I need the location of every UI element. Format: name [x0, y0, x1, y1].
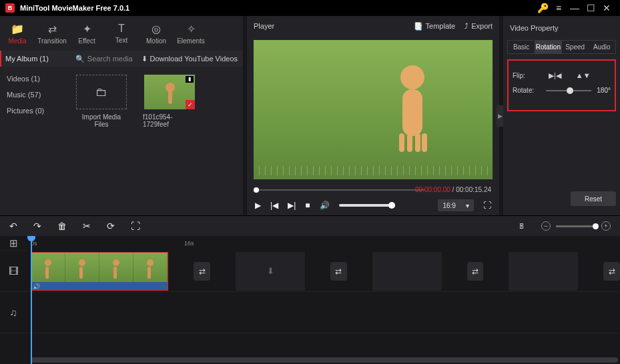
- video-track-icon: 🎞: [0, 251, 27, 292]
- video-badge-icon: ▮: [186, 76, 194, 83]
- audio-track-icon: ♫: [0, 292, 27, 333]
- tab-rotation[interactable]: Rotation: [535, 41, 561, 53]
- elements-icon: ✧: [187, 23, 196, 35]
- transition-slot[interactable]: ⇄: [194, 262, 210, 281]
- tab-elements[interactable]: ✧Elements: [174, 16, 208, 51]
- timeline-clip[interactable]: 🔊: [31, 252, 168, 291]
- tab-speed[interactable]: Speed: [562, 41, 589, 53]
- time-ruler[interactable]: 0s 16s: [27, 236, 620, 251]
- template-icon: 📑: [414, 22, 423, 31]
- time-current: 00:00:00.00: [415, 186, 450, 193]
- tab-text[interactable]: TText: [104, 16, 139, 51]
- rotate-slider[interactable]: [546, 90, 591, 91]
- redo-button[interactable]: ↷: [33, 221, 41, 231]
- text-icon: T: [118, 23, 125, 35]
- import-media-button[interactable]: 🗀: [76, 75, 127, 109]
- horizontal-scrollbar[interactable]: [31, 357, 618, 363]
- seek-track[interactable]: [255, 189, 424, 191]
- stop-button[interactable]: ■: [305, 201, 310, 210]
- zoom-in-button[interactable]: +: [601, 221, 611, 231]
- tab-effect[interactable]: ✦Effect: [69, 16, 104, 51]
- sidebar-item-music[interactable]: Music (57): [0, 87, 67, 103]
- next-frame-button[interactable]: ▶|: [288, 201, 296, 210]
- clip-audio-icon: 🔊: [33, 283, 40, 290]
- rotate-label: Rotate:: [513, 87, 541, 94]
- transition-icon: ⇄: [48, 23, 57, 35]
- fullscreen-button[interactable]: ⛶: [483, 201, 491, 210]
- download-icon: ⬇: [141, 55, 147, 63]
- aspect-ratio-select[interactable]: 16:9▾: [438, 199, 474, 211]
- flip-horizontal-button[interactable]: ▶|◀: [549, 71, 561, 80]
- search-icon: 🔍: [75, 55, 85, 63]
- panel-collapse-handle[interactable]: ▶: [497, 105, 503, 127]
- sidebar-item-pictures[interactable]: Pictures (0): [0, 103, 67, 119]
- audio-track[interactable]: [27, 292, 620, 333]
- speed-button[interactable]: ⟳: [107, 221, 115, 231]
- volume-icon[interactable]: 🔊: [320, 201, 330, 210]
- play-button[interactable]: ▶: [255, 201, 261, 210]
- volume-slider[interactable]: [339, 204, 392, 207]
- sidebar-item-videos[interactable]: Videos (1): [0, 71, 67, 87]
- export-icon: ⤴: [464, 22, 469, 30]
- tab-motion[interactable]: ◎Motion: [139, 16, 174, 51]
- zoom-slider[interactable]: [556, 225, 596, 227]
- time-total: /: [450, 186, 456, 193]
- media-clip-thumbnail[interactable]: ▮ ✓: [144, 75, 195, 109]
- flip-vertical-button[interactable]: ▲▼: [576, 71, 591, 80]
- empty-clip-slot[interactable]: ⬇: [236, 252, 305, 291]
- rotation-panel-highlight: Flip: ▶|◀ ▲▼ Rotate: 180°: [507, 59, 616, 111]
- app-logo: B: [5, 3, 15, 13]
- app-title: MiniTool MovieMaker Free 7.0.1: [20, 4, 129, 12]
- transition-slot[interactable]: ⇄: [603, 262, 620, 281]
- rotate-slider-handle[interactable]: [567, 87, 573, 94]
- import-label: Import Media Files: [75, 113, 128, 128]
- effect-icon: ✦: [83, 23, 91, 35]
- maximize-icon[interactable]: ☐: [583, 0, 599, 16]
- tab-transition[interactable]: ⇄Transition: [35, 16, 69, 51]
- folder-icon: 📁: [11, 23, 24, 35]
- export-button[interactable]: ⤴Export: [464, 22, 493, 30]
- undo-button[interactable]: ↶: [9, 221, 17, 231]
- flip-label: Flip:: [513, 72, 541, 79]
- folder-icon: 🗀: [95, 85, 107, 99]
- clip-filename: f101c954-1729feef: [143, 113, 196, 128]
- download-youtube-button[interactable]: ⬇Download YouTube Videos: [141, 55, 238, 63]
- empty-clip-slot[interactable]: [509, 252, 578, 291]
- motion-icon: ◎: [151, 23, 161, 35]
- transition-slot[interactable]: ⇄: [330, 262, 347, 281]
- add-track-button[interactable]: ⊞: [0, 236, 27, 251]
- search-input[interactable]: 🔍Search media: [75, 55, 133, 63]
- minimize-icon[interactable]: —: [567, 0, 583, 16]
- delete-button[interactable]: 🗑: [57, 221, 67, 231]
- player-title: Player: [254, 22, 274, 30]
- album-label[interactable]: My Album (1): [5, 55, 49, 63]
- prev-frame-button[interactable]: |◀: [270, 201, 278, 210]
- tab-basic[interactable]: Basic: [508, 41, 535, 53]
- seek-handle[interactable]: [254, 187, 259, 193]
- rotate-value: 180°: [597, 87, 611, 94]
- close-icon[interactable]: ✕: [599, 0, 615, 16]
- crop-button[interactable]: ⛶: [131, 221, 140, 231]
- template-button[interactable]: 📑Template: [414, 22, 456, 31]
- menu-icon[interactable]: ≡: [551, 0, 567, 16]
- tab-media[interactable]: 📁Media: [0, 16, 35, 51]
- video-preview: [254, 40, 493, 179]
- split-button[interactable]: ✂: [83, 221, 91, 231]
- empty-clip-slot[interactable]: [372, 252, 442, 291]
- playhead[interactable]: [31, 236, 32, 364]
- chevron-down-icon: ▾: [466, 202, 469, 209]
- tab-audio[interactable]: Audio: [589, 41, 615, 53]
- transition-slot[interactable]: ⇄: [467, 262, 484, 281]
- check-icon: ✓: [186, 100, 195, 109]
- zoom-out-button[interactable]: −: [541, 221, 551, 231]
- reset-button[interactable]: Reset: [571, 191, 616, 206]
- license-key-icon[interactable]: 🔑: [535, 0, 551, 16]
- timeline-audio-icon[interactable]: 🎚: [518, 222, 525, 230]
- props-title: Video Property: [507, 21, 616, 40]
